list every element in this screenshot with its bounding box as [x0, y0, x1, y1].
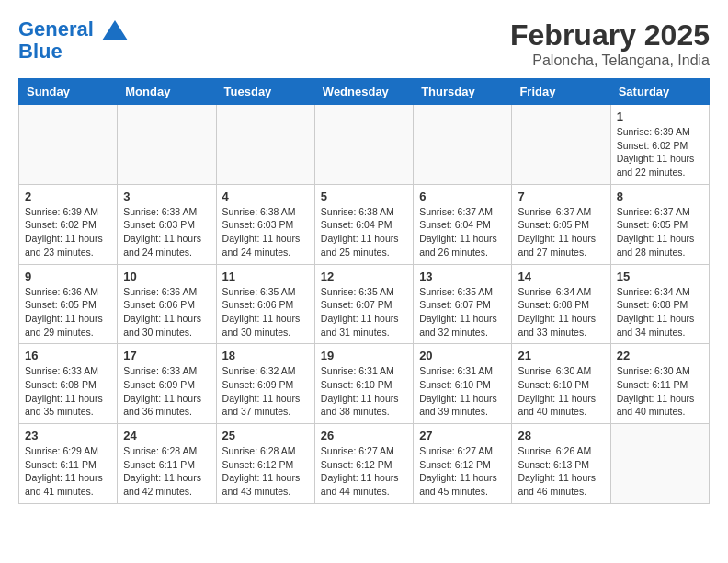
day-info: Sunrise: 6:28 AM Sunset: 6:12 PM Dayligh… [222, 444, 309, 499]
day-number: 21 [518, 349, 604, 362]
logo-general: General [18, 17, 94, 40]
day-number: 15 [617, 270, 703, 283]
title-block: February 2025 Paloncha, Telangana, India [510, 18, 710, 69]
page-header: General Blue February 2025 Paloncha, Tel… [18, 18, 710, 69]
day-info: Sunrise: 6:38 AM Sunset: 6:03 PM Dayligh… [222, 205, 309, 259]
calendar-cell: 3Sunrise: 6:38 AM Sunset: 6:03 PM Daylig… [118, 184, 216, 264]
logo: General Blue [18, 18, 128, 63]
day-number: 22 [617, 349, 703, 362]
day-info: Sunrise: 6:36 AM Sunset: 6:05 PM Dayligh… [25, 285, 111, 339]
day-info: Sunrise: 6:36 AM Sunset: 6:06 PM Dayligh… [123, 285, 210, 339]
weekday-header-saturday: Saturday [610, 79, 709, 105]
day-info: Sunrise: 6:37 AM Sunset: 6:05 PM Dayligh… [518, 205, 604, 259]
weekday-header-wednesday: Wednesday [314, 79, 413, 105]
day-info: Sunrise: 6:27 AM Sunset: 6:12 PM Dayligh… [321, 444, 407, 499]
day-number: 1 [617, 109, 703, 123]
calendar-table: SundayMondayTuesdayWednesdayThursdayFrid… [18, 78, 710, 504]
day-info: Sunrise: 6:34 AM Sunset: 6:08 PM Dayligh… [617, 285, 703, 339]
calendar-cell: 5Sunrise: 6:38 AM Sunset: 6:04 PM Daylig… [314, 184, 413, 264]
calendar-cell: 13Sunrise: 6:35 AM Sunset: 6:07 PM Dayli… [414, 264, 512, 344]
day-number: 10 [123, 270, 210, 283]
day-info: Sunrise: 6:35 AM Sunset: 6:06 PM Dayligh… [222, 285, 309, 339]
day-number: 3 [123, 190, 210, 203]
day-info: Sunrise: 6:38 AM Sunset: 6:03 PM Dayligh… [123, 205, 210, 259]
calendar-cell: 1Sunrise: 6:39 AM Sunset: 6:02 PM Daylig… [610, 105, 709, 185]
calendar-cell: 16Sunrise: 6:33 AM Sunset: 6:08 PM Dayli… [19, 344, 118, 424]
day-info: Sunrise: 6:38 AM Sunset: 6:04 PM Dayligh… [321, 205, 407, 259]
day-number: 28 [518, 429, 604, 442]
week-row-4: 16Sunrise: 6:33 AM Sunset: 6:08 PM Dayli… [19, 344, 710, 424]
day-info: Sunrise: 6:31 AM Sunset: 6:10 PM Dayligh… [321, 364, 407, 419]
calendar-cell [610, 424, 709, 504]
calendar-cell: 9Sunrise: 6:36 AM Sunset: 6:05 PM Daylig… [19, 264, 118, 344]
calendar-cell [216, 105, 314, 185]
calendar-cell: 21Sunrise: 6:30 AM Sunset: 6:10 PM Dayli… [512, 344, 610, 424]
calendar-cell: 6Sunrise: 6:37 AM Sunset: 6:04 PM Daylig… [414, 184, 512, 264]
calendar-cell: 10Sunrise: 6:36 AM Sunset: 6:06 PM Dayli… [118, 264, 216, 344]
calendar-cell: 7Sunrise: 6:37 AM Sunset: 6:05 PM Daylig… [512, 184, 610, 264]
day-info: Sunrise: 6:39 AM Sunset: 6:02 PM Dayligh… [617, 125, 703, 179]
day-info: Sunrise: 6:35 AM Sunset: 6:07 PM Dayligh… [419, 285, 506, 339]
calendar-cell: 12Sunrise: 6:35 AM Sunset: 6:07 PM Dayli… [314, 264, 413, 344]
day-number: 27 [419, 429, 506, 442]
day-number: 8 [617, 190, 703, 203]
calendar-cell: 24Sunrise: 6:28 AM Sunset: 6:11 PM Dayli… [118, 424, 216, 504]
day-info: Sunrise: 6:30 AM Sunset: 6:10 PM Dayligh… [518, 364, 604, 419]
day-number: 5 [321, 190, 407, 203]
calendar-cell: 27Sunrise: 6:27 AM Sunset: 6:12 PM Dayli… [414, 424, 512, 504]
weekday-header-friday: Friday [512, 79, 610, 105]
day-number: 12 [321, 270, 407, 283]
calendar-cell: 11Sunrise: 6:35 AM Sunset: 6:06 PM Dayli… [216, 264, 314, 344]
day-number: 25 [222, 429, 309, 442]
day-info: Sunrise: 6:31 AM Sunset: 6:10 PM Dayligh… [419, 364, 506, 419]
calendar-cell: 28Sunrise: 6:26 AM Sunset: 6:13 PM Dayli… [512, 424, 610, 504]
calendar-cell: 26Sunrise: 6:27 AM Sunset: 6:12 PM Dayli… [314, 424, 413, 504]
weekday-header-tuesday: Tuesday [216, 79, 314, 105]
day-number: 16 [25, 349, 111, 362]
day-info: Sunrise: 6:32 AM Sunset: 6:09 PM Dayligh… [222, 364, 309, 419]
location-subtitle: Paloncha, Telangana, India [510, 52, 710, 69]
week-row-3: 9Sunrise: 6:36 AM Sunset: 6:05 PM Daylig… [19, 264, 710, 344]
logo-blue: Blue [18, 40, 128, 63]
svg-marker-0 [102, 20, 128, 40]
calendar-cell: 20Sunrise: 6:31 AM Sunset: 6:10 PM Dayli… [414, 344, 512, 424]
month-title: February 2025 [510, 18, 710, 52]
calendar-cell: 25Sunrise: 6:28 AM Sunset: 6:12 PM Dayli… [216, 424, 314, 504]
calendar-cell [118, 105, 216, 185]
day-number: 6 [419, 190, 506, 203]
calendar-cell [512, 105, 610, 185]
day-number: 2 [25, 190, 111, 203]
calendar-cell: 4Sunrise: 6:38 AM Sunset: 6:03 PM Daylig… [216, 184, 314, 264]
calendar-cell: 15Sunrise: 6:34 AM Sunset: 6:08 PM Dayli… [610, 264, 709, 344]
day-info: Sunrise: 6:27 AM Sunset: 6:12 PM Dayligh… [419, 444, 506, 499]
day-info: Sunrise: 6:37 AM Sunset: 6:05 PM Dayligh… [617, 205, 703, 259]
day-info: Sunrise: 6:26 AM Sunset: 6:13 PM Dayligh… [518, 444, 604, 499]
day-number: 19 [321, 349, 407, 362]
day-number: 9 [25, 270, 111, 283]
day-info: Sunrise: 6:29 AM Sunset: 6:11 PM Dayligh… [25, 444, 111, 499]
day-number: 7 [518, 190, 604, 203]
logo-icon [102, 20, 128, 40]
calendar-cell: 19Sunrise: 6:31 AM Sunset: 6:10 PM Dayli… [314, 344, 413, 424]
day-info: Sunrise: 6:35 AM Sunset: 6:07 PM Dayligh… [321, 285, 407, 339]
day-info: Sunrise: 6:33 AM Sunset: 6:08 PM Dayligh… [25, 364, 111, 419]
calendar-cell: 18Sunrise: 6:32 AM Sunset: 6:09 PM Dayli… [216, 344, 314, 424]
day-number: 14 [518, 270, 604, 283]
day-info: Sunrise: 6:28 AM Sunset: 6:11 PM Dayligh… [123, 444, 210, 499]
day-number: 11 [222, 270, 309, 283]
calendar-cell: 17Sunrise: 6:33 AM Sunset: 6:09 PM Dayli… [118, 344, 216, 424]
day-info: Sunrise: 6:37 AM Sunset: 6:04 PM Dayligh… [419, 205, 506, 259]
calendar-cell: 8Sunrise: 6:37 AM Sunset: 6:05 PM Daylig… [610, 184, 709, 264]
day-number: 18 [222, 349, 309, 362]
calendar-cell: 23Sunrise: 6:29 AM Sunset: 6:11 PM Dayli… [19, 424, 118, 504]
calendar-cell: 2Sunrise: 6:39 AM Sunset: 6:02 PM Daylig… [19, 184, 118, 264]
day-info: Sunrise: 6:30 AM Sunset: 6:11 PM Dayligh… [617, 364, 703, 419]
week-row-2: 2Sunrise: 6:39 AM Sunset: 6:02 PM Daylig… [19, 184, 710, 264]
calendar-cell [19, 105, 118, 185]
day-number: 4 [222, 190, 309, 203]
weekday-header-thursday: Thursday [414, 79, 512, 105]
calendar-cell: 22Sunrise: 6:30 AM Sunset: 6:11 PM Dayli… [610, 344, 709, 424]
weekday-header-monday: Monday [118, 79, 216, 105]
day-info: Sunrise: 6:33 AM Sunset: 6:09 PM Dayligh… [123, 364, 210, 419]
calendar-cell [314, 105, 413, 185]
